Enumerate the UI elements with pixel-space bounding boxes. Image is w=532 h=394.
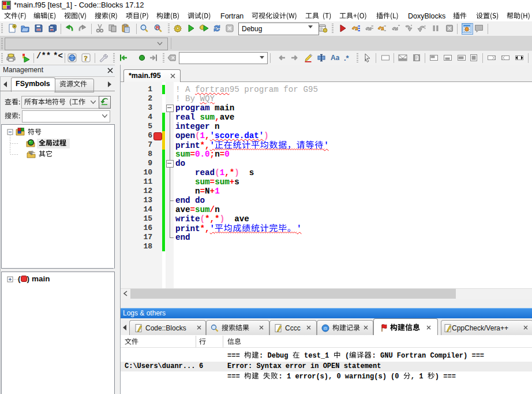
svg-text:R: R (156, 25, 160, 31)
svg-text:?: ? (84, 54, 88, 62)
svg-text:Aa: Aa (331, 54, 339, 62)
svg-text:.*: .* (344, 54, 350, 62)
